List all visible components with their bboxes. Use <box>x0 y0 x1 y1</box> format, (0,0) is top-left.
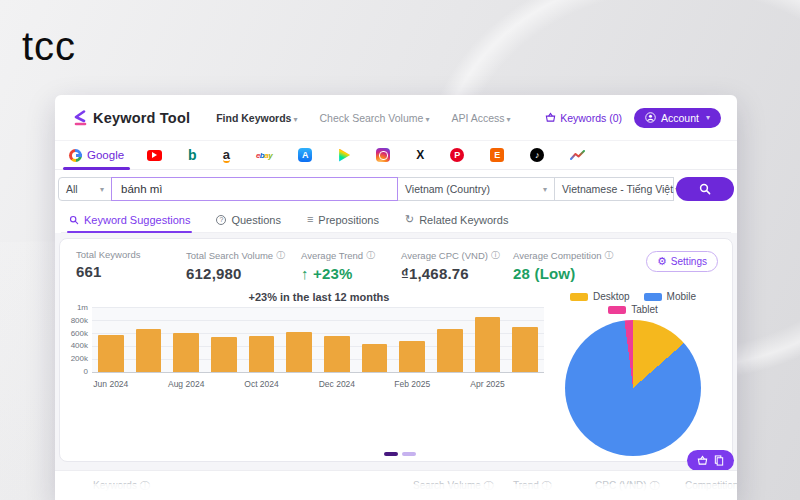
x-tick-label: Oct 2024 <box>243 379 281 389</box>
bar-slot <box>167 307 205 372</box>
result-tabs: Keyword Suggestions ? Questions ≡ Prepos… <box>61 207 731 233</box>
info-icon[interactable]: ⓘ <box>366 249 375 262</box>
stat-average-cpc: Average CPC (VND)ⓘ ₫1,468.76 <box>401 249 513 282</box>
x-tick-label: Jun 2024 <box>92 379 130 389</box>
tab-questions[interactable]: ? Questions <box>216 207 281 232</box>
search-volume-bar-chart: +23% in the last 12 months 1m800k600k400… <box>60 289 544 456</box>
bar <box>173 333 199 372</box>
x-twitter-icon: X <box>416 149 424 161</box>
stat-total-search-volume: Total Search Volumeⓘ 612,980 <box>186 249 301 282</box>
column-header: Search Volume ⓘ <box>413 479 494 493</box>
bar-slot <box>393 307 431 372</box>
info-icon[interactable]: ⓘ <box>491 249 500 262</box>
platform-tab-ebay[interactable]: ebay <box>243 141 285 169</box>
bar <box>286 332 312 372</box>
instagram-icon <box>376 148 390 162</box>
pie-chart <box>565 320 701 456</box>
y-tick-label: 200k <box>71 355 88 363</box>
nav-find-keywords[interactable]: Find Keywords▾ <box>216 112 297 124</box>
legend-item-tablet: Tablet <box>608 304 658 315</box>
amazon-icon: a <box>223 148 230 163</box>
carousel-pagination <box>384 452 416 456</box>
stat-value: 612,980 <box>186 265 301 282</box>
search-button[interactable] <box>676 177 734 201</box>
platform-tab-bing[interactable]: b <box>175 141 210 169</box>
column-header: Keywords ⓘ <box>93 479 150 493</box>
account-button[interactable]: Account ▾ <box>634 108 721 128</box>
platform-tab-app-store[interactable]: A <box>285 141 325 169</box>
carousel-dot-active[interactable] <box>384 452 398 456</box>
stat-value: ↑ +23% <box>301 265 401 282</box>
bar-plot <box>92 307 544 373</box>
platform-tab-pinterest[interactable]: P <box>437 141 477 169</box>
settings-button[interactable]: ⚙ Settings <box>646 251 718 272</box>
keywords-basket-link[interactable]: Keywords (0) <box>545 112 622 124</box>
keyword-tool-logo[interactable]: Keyword Tool <box>73 110 190 126</box>
search-icon <box>699 183 711 195</box>
legend-swatch <box>608 306 626 314</box>
legend-label: Mobile <box>667 291 696 302</box>
basket-icon <box>545 112 556 123</box>
bar-slot <box>92 307 130 372</box>
nav-api-access[interactable]: API Access▾ <box>451 112 510 124</box>
pinterest-icon: P <box>450 148 464 162</box>
bar-slot <box>356 307 394 372</box>
column-header: Trend ⓘ <box>513 479 552 493</box>
bar-slot <box>243 307 281 372</box>
tab-prepositions[interactable]: ≡ Prepositions <box>307 207 379 232</box>
legend-item-desktop: Desktop <box>570 291 630 302</box>
carousel-dot[interactable] <box>402 452 416 456</box>
bar <box>136 329 162 372</box>
platform-tab-etsy[interactable]: E <box>477 141 517 169</box>
platform-tab-x-twitter[interactable]: X <box>403 141 437 169</box>
overview-card: Total Keywords 661 Total Search Volumeⓘ … <box>59 238 733 462</box>
ebay-icon: ebay <box>256 151 272 160</box>
country-select[interactable]: Vietnam (Country)▾ <box>397 177 555 201</box>
platform-tab-youtube[interactable] <box>134 141 175 169</box>
platform-tab-google-trends[interactable] <box>557 141 599 169</box>
x-tick-label <box>280 379 318 389</box>
bar-chart-x-axis: Jun 2024Aug 2024Oct 2024Dec 2024Feb 2025… <box>92 379 544 389</box>
youtube-icon <box>147 150 162 161</box>
bar <box>324 336 350 372</box>
add-to-basket-button[interactable] <box>687 450 734 471</box>
info-icon[interactable]: ⓘ <box>276 249 285 262</box>
keyword-search-input[interactable] <box>111 177 398 201</box>
google-icon <box>69 149 82 162</box>
x-tick-label <box>130 379 168 389</box>
legend-label: Desktop <box>593 291 630 302</box>
bar-slot <box>431 307 469 372</box>
platform-tab-google-play[interactable] <box>325 141 363 169</box>
charts-row: +23% in the last 12 months 1m800k600k400… <box>60 289 732 456</box>
x-tick-label: Aug 2024 <box>167 379 205 389</box>
tab-keyword-suggestions[interactable]: Keyword Suggestions <box>69 207 190 232</box>
x-tick-label <box>356 379 394 389</box>
x-tick-label: Apr 2025 <box>469 379 507 389</box>
platform-tab-tiktok[interactable]: ♪ <box>517 141 557 169</box>
chevron-down-icon: ▾ <box>293 115 297 124</box>
chevron-down-icon: ▾ <box>425 115 429 124</box>
stats-row: Total Keywords 661 Total Search Volumeⓘ … <box>60 239 732 287</box>
platform-tab-instagram[interactable] <box>363 141 403 169</box>
search-bar: All▾ Vietnam (Country)▾ Vietnamese - Tiế… <box>58 177 734 201</box>
bar-chart-title: +23% in the last 12 months <box>94 291 544 303</box>
bing-icon: b <box>188 148 197 162</box>
platform-tab-google[interactable]: Google <box>59 141 134 169</box>
legend-swatch <box>570 293 588 301</box>
nav-check-search-volume[interactable]: Check Search Volume▾ <box>319 112 429 124</box>
column-header: Competition ⓘ <box>685 479 737 493</box>
bar <box>437 329 463 372</box>
bar <box>475 317 501 372</box>
stat-total-keywords: Total Keywords 661 <box>76 249 186 280</box>
y-tick-label: 1m <box>77 304 88 312</box>
platform-tab-amazon[interactable]: a <box>210 141 243 169</box>
legend-label: Tablet <box>631 304 658 315</box>
language-select[interactable]: Vietnamese - Tiếng Việt▾ <box>554 177 674 201</box>
keyword-tool-window: Keyword Tool Find Keywords▾ Check Search… <box>55 95 737 500</box>
scope-select[interactable]: All▾ <box>58 177 112 201</box>
x-tick-label <box>431 379 469 389</box>
info-icon[interactable]: ⓘ <box>605 249 614 262</box>
chevron-down-icon: ▾ <box>100 185 104 194</box>
tab-related-keywords[interactable]: ↻ Related Keywords <box>405 207 509 232</box>
chevron-down-icon: ▾ <box>706 113 710 122</box>
